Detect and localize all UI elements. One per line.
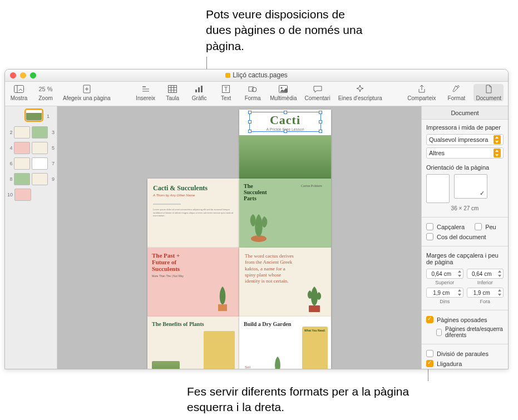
sidebar-icon (13, 84, 24, 94)
checkbox-facing-pages[interactable] (426, 316, 433, 323)
page-6[interactable]: The Benefits of Plants (147, 317, 239, 369)
window-title: Lliçó cactus.pages (5, 71, 508, 79)
margin-inside-field[interactable]: 1,9 cm (426, 288, 463, 298)
shape-icon (247, 84, 258, 94)
paper-select[interactable]: Altres (426, 147, 504, 159)
svg-rect-14 (198, 87, 200, 92)
document-button[interactable]: Document (473, 84, 504, 101)
page-7[interactable]: Build a Dry Garden What You Need: Soil R… (239, 317, 331, 369)
titlebar: Lliçó cactus.pages (5, 70, 508, 82)
page-dimensions: 36 × 27 cm (426, 205, 504, 211)
side-label: Cactus Pointers (301, 184, 328, 187)
page-title: The Benefits of Plants (152, 321, 235, 327)
insert-icon (140, 84, 151, 94)
writing-tools-button[interactable]: Eines d'escriptura (338, 84, 382, 101)
page-4[interactable]: The Past + Future of Succulents More Tha… (147, 248, 239, 317)
thumb-page[interactable] (32, 126, 48, 139)
thumb-page[interactable] (14, 157, 30, 170)
svg-rect-0 (14, 86, 24, 93)
inspector-tab-document[interactable]: Document (422, 106, 508, 120)
page-text: The word cactus derives from the Ancient… (245, 253, 295, 284)
callout-bottom: Fes servir diferents formats per a la pà… (187, 384, 421, 416)
checkbox-ligature[interactable] (426, 360, 433, 367)
svg-point-21 (281, 87, 283, 89)
document-canvas[interactable]: Cacti A Prickle Free Lesson Cacti & Succ… (57, 106, 421, 369)
pages-window: Lliçó cactus.pages Mostra 25 % Zoom Afeg… (4, 69, 509, 369)
section-header: Marges de capçalera i peu de pàgina (426, 252, 504, 265)
page-3[interactable]: The Succulent Parts Cactus Pointers (239, 179, 331, 248)
page-1[interactable]: Cacti A Prickle Free Lesson (239, 110, 331, 179)
section-header: Impressora i mida de paper (426, 124, 504, 131)
checkbox-header[interactable] (426, 223, 433, 230)
media-button[interactable]: Multimèdia (270, 84, 297, 101)
svg-point-19 (252, 87, 256, 92)
svg-rect-23 (218, 304, 227, 311)
orientation-landscape[interactable]: ✓ (454, 174, 487, 199)
insert-button[interactable]: Insereix (136, 84, 155, 101)
stepper-icon[interactable] (497, 289, 502, 297)
margin-top-field[interactable]: 0,64 cm (426, 269, 463, 279)
page-subtitle: A Thorn by Any Other Name (153, 194, 234, 197)
section-header: Orientació de la pàgina (426, 164, 504, 171)
add-page-button[interactable]: Afegeix una pàgina (63, 84, 111, 101)
format-button[interactable]: Format (447, 84, 466, 101)
toolbar: Mostra 25 % Zoom Afegeix una pàgina Inse… (5, 82, 508, 106)
share-icon (416, 84, 427, 94)
thumb-page[interactable] (32, 173, 48, 185)
check-icon: ✓ (480, 190, 485, 197)
checkbox-body[interactable] (426, 233, 433, 240)
view-button[interactable]: Mostra (9, 84, 28, 101)
thumb-page[interactable] (32, 157, 48, 170)
add-page-icon (81, 84, 92, 94)
chart-icon (194, 84, 205, 94)
shape-button[interactable]: Forma (243, 84, 262, 101)
page-5[interactable]: The word cactus derives from the Ancient… (239, 248, 331, 317)
margin-outside-field[interactable]: 1,9 cm (467, 288, 504, 298)
page-thumbnails[interactable]: 1 23 45 67 89 10 (5, 106, 57, 369)
callout-top: Pots veure disposicions de dues pàgines … (206, 7, 373, 54)
page-2[interactable]: Cacti & Succulents A Thorn by Any Other … (147, 179, 239, 248)
table-button[interactable]: Taula (163, 84, 182, 101)
chevron-updown-icon (494, 135, 501, 144)
chart-button[interactable]: Gràfic (190, 84, 209, 101)
thumb-page[interactable] (14, 189, 31, 201)
page-title: Cacti & Succulents (153, 184, 234, 192)
page-title: The Succulent Parts (244, 183, 277, 201)
page-blank (147, 110, 239, 179)
chevron-updown-icon (494, 149, 501, 157)
stepper-icon[interactable] (497, 270, 502, 278)
svg-rect-15 (201, 86, 203, 92)
sparkle-icon (354, 84, 366, 94)
svg-rect-8 (169, 86, 177, 93)
zoom-value: 25 % (40, 84, 51, 94)
thumb-page[interactable] (26, 110, 42, 121)
text-button[interactable]: T Text (216, 84, 235, 101)
thumb-page[interactable] (32, 142, 48, 154)
document-icon (483, 84, 494, 94)
stepper-icon[interactable] (457, 270, 462, 278)
page-title: The Past + Future of Succulents (152, 252, 191, 272)
table-icon (167, 84, 178, 94)
checkbox-hyphenation[interactable] (426, 350, 433, 357)
thumb-page[interactable] (14, 173, 30, 185)
checkbox-different-lr[interactable] (436, 329, 442, 336)
brush-icon (451, 84, 462, 94)
svg-text:T: T (224, 86, 228, 92)
share-button[interactable]: Comparteix (407, 84, 436, 101)
checkbox-footer[interactable] (475, 223, 482, 230)
inspector-panel: Document Impressora i mida de paper Qual… (421, 106, 508, 369)
media-icon (278, 84, 289, 94)
margin-bottom-field[interactable]: 0,64 cm (467, 269, 504, 279)
zoom-button[interactable]: 25 % Zoom (36, 84, 55, 101)
thumb-page[interactable] (14, 126, 30, 139)
svg-rect-13 (195, 90, 197, 92)
svg-rect-24 (309, 305, 320, 312)
orientation-portrait[interactable] (426, 174, 450, 203)
comment-icon (312, 84, 323, 94)
thumb-page[interactable] (14, 142, 30, 154)
printer-select[interactable]: Qualsevol impressora (426, 134, 504, 145)
stepper-icon[interactable] (457, 289, 462, 297)
comment-button[interactable]: Comentari (304, 84, 330, 101)
text-icon: T (220, 84, 231, 94)
